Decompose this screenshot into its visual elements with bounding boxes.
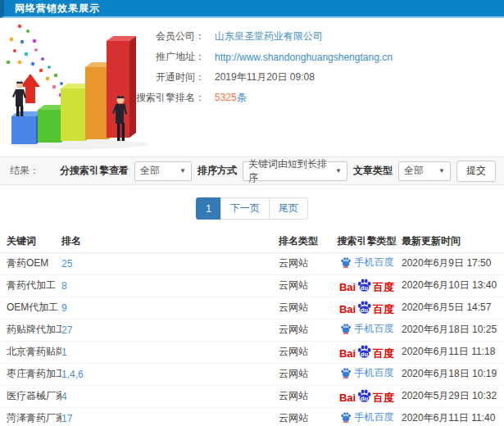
rank-link[interactable]: 25 bbox=[61, 258, 72, 270]
mobile-baidu-label: 手机百度 bbox=[355, 412, 394, 422]
baidu-paw-icon bbox=[340, 411, 352, 423]
rank-cell: 8 bbox=[61, 274, 279, 297]
rank-link[interactable]: 4 bbox=[61, 391, 67, 402]
baidu-logo: Baidu百度 bbox=[339, 300, 394, 315]
table-row: 膏药代加工 8 云网站 Baidu百度 2020年6月10日 13:40 bbox=[0, 274, 504, 297]
engine-filter-label: 分搜索引擎查看 bbox=[60, 164, 129, 178]
filter-bar: 结果： 分搜索引擎查看 全部 ▼ 排序方式 关键词由短到长排序 ▼ 文章类型 全… bbox=[0, 156, 504, 185]
rank-type-cell: 云网站 bbox=[279, 252, 332, 274]
rank-link[interactable]: 17 bbox=[61, 413, 72, 424]
baidu-paw-icon: du bbox=[356, 388, 372, 404]
rank-link[interactable]: 9 bbox=[61, 302, 67, 314]
baidu-logo: Baidu百度 bbox=[339, 344, 394, 359]
promo-url-link[interactable]: http://www.shandonghuangshengtang.cn bbox=[215, 52, 393, 63]
engine-cell: Baidu百度 bbox=[332, 385, 402, 407]
mobile-baidu-label: 手机百度 bbox=[355, 257, 394, 267]
baidu-paw-icon bbox=[340, 256, 352, 268]
time-cell: 2020年6月10日 13:40 bbox=[402, 274, 504, 297]
svg-text:du: du bbox=[361, 351, 369, 358]
rank-link[interactable]: 1,4,6 bbox=[61, 369, 84, 380]
keyword-table-body: 膏药OEM 25 云网站 手机百度 2020年6月9日 17:50 膏药代加工 … bbox=[0, 252, 504, 426]
keyword-ranking-table: 关键词 排名 排名类型 搜索引擎类型 最新更新时间 膏药OEM 25 云网站 手… bbox=[0, 230, 504, 426]
rank-cell: 1 bbox=[61, 341, 279, 363]
engine-cell: 手机百度 bbox=[332, 252, 402, 274]
table-row: 药贴牌代加工 27 云网站 手机百度 2020年6月18日 10:25 bbox=[0, 319, 504, 341]
engine-cell: Baidu百度 bbox=[332, 297, 402, 319]
table-row: 医疗器械厂家 4 云网站 Baidu百度 2020年5月29日 10:32 bbox=[0, 385, 504, 407]
company-info-fields: 会员公司： 山东皇圣堂药业有限公司 推广地址： http://www.shand… bbox=[129, 26, 393, 108]
baidu-logo-suffix: 百度 bbox=[373, 348, 394, 359]
engine-cell: 手机百度 bbox=[332, 363, 402, 385]
baidu-paw-icon bbox=[340, 323, 352, 334]
article-type-label: 文章类型 bbox=[353, 164, 393, 178]
keyword-cell: 药贴牌代加工 bbox=[0, 319, 61, 341]
sort-filter-select[interactable]: 关键词由短到长排序 ▼ bbox=[243, 161, 347, 181]
rank-type-cell: 云网站 bbox=[279, 341, 332, 363]
time-cell: 2020年6月11日 11:40 bbox=[402, 407, 504, 426]
baidu-logo-suffix: 百度 bbox=[373, 282, 394, 292]
keyword-cell: 枣庄膏药加工 bbox=[0, 363, 61, 385]
keyword-cell: OEM代加工 bbox=[0, 297, 61, 319]
chevron-down-icon: ▼ bbox=[173, 167, 186, 174]
header-keyword: 关键词 bbox=[0, 230, 61, 252]
last-page-button[interactable]: 尾页 bbox=[269, 197, 308, 220]
rank-cell: 27 bbox=[61, 319, 279, 341]
ranking-count-label: 搜索引擎排名： bbox=[129, 91, 205, 105]
keyword-cell: 膏药OEM bbox=[0, 252, 61, 274]
page-header: 网络营销效果展示 bbox=[0, 0, 504, 18]
baidu-logo-bai: Bai bbox=[339, 392, 356, 403]
mobile-baidu-logo: 手机百度 bbox=[340, 411, 394, 423]
rank-type-cell: 云网站 bbox=[279, 385, 332, 407]
svg-text:du: du bbox=[361, 284, 369, 292]
keyword-cell: 菏泽膏药厂家 bbox=[0, 407, 61, 426]
chevron-down-icon: ▼ bbox=[329, 167, 342, 174]
page-button-current[interactable]: 1 bbox=[196, 197, 221, 220]
mobile-baidu-logo: 手机百度 bbox=[340, 323, 394, 334]
svg-text:du: du bbox=[361, 395, 369, 402]
rank-type-cell: 云网站 bbox=[279, 297, 332, 319]
mobile-baidu-logo: 手机百度 bbox=[340, 367, 394, 378]
rank-type-cell: 云网站 bbox=[279, 363, 332, 385]
engine-filter-select[interactable]: 全部 ▼ bbox=[134, 161, 192, 181]
time-cell: 2020年6月11日 11:18 bbox=[402, 341, 504, 363]
filter-controls: 分搜索引擎查看 全部 ▼ 排序方式 关键词由短到长排序 ▼ 文章类型 全部 ▼ … bbox=[60, 161, 496, 182]
rank-link[interactable]: 27 bbox=[61, 324, 72, 336]
rank-cell: 25 bbox=[61, 252, 279, 274]
company-name-link[interactable]: 山东皇圣堂药业有限公司 bbox=[215, 29, 323, 43]
baidu-paw-icon: du bbox=[356, 278, 372, 293]
header-rank: 排名 bbox=[61, 230, 279, 252]
svg-text:du: du bbox=[361, 306, 369, 314]
open-time-value: 2019年11月20日 09:08 bbox=[215, 70, 315, 84]
company-label: 会员公司： bbox=[129, 29, 205, 43]
next-page-button[interactable]: 下一页 bbox=[220, 197, 270, 220]
time-cell: 2020年6月18日 10:19 bbox=[402, 363, 504, 385]
rank-link[interactable]: 1 bbox=[61, 347, 67, 358]
baidu-logo-bai: Bai bbox=[339, 304, 356, 315]
page-title: 网络营销效果展示 bbox=[4, 2, 100, 16]
table-row: OEM代加工 9 云网站 Baidu百度 2020年6月5日 14:57 bbox=[0, 297, 504, 319]
keyword-cell: 北京膏药贴牌 bbox=[0, 341, 61, 363]
field-company: 会员公司： 山东皇圣堂药业有限公司 bbox=[129, 26, 393, 47]
sort-filter-label: 排序方式 bbox=[198, 164, 237, 178]
rank-link[interactable]: 8 bbox=[61, 280, 67, 292]
time-cell: 2020年6月9日 17:50 bbox=[402, 252, 504, 274]
time-cell: 2020年5月29日 10:32 bbox=[402, 385, 504, 407]
keyword-cell: 膏药代加工 bbox=[0, 274, 61, 297]
article-type-value: 全部 bbox=[404, 164, 424, 178]
rank-type-cell: 云网站 bbox=[279, 407, 332, 426]
table-header-row: 关键词 排名 排名类型 搜索引擎类型 最新更新时间 bbox=[0, 230, 504, 252]
submit-button[interactable]: 提交 bbox=[456, 161, 496, 182]
engine-cell: 手机百度 bbox=[332, 319, 402, 341]
up-arrow bbox=[20, 74, 40, 103]
engine-cell: Baidu百度 bbox=[332, 341, 402, 363]
chevron-down-icon: ▼ bbox=[432, 167, 445, 174]
baidu-paw-icon bbox=[340, 367, 352, 378]
rank-type-cell: 云网站 bbox=[279, 274, 332, 297]
engine-cell: Baidu百度 bbox=[332, 274, 402, 297]
mobile-baidu-label: 手机百度 bbox=[355, 368, 394, 378]
result-label: 结果： bbox=[10, 164, 39, 178]
baidu-logo: Baidu百度 bbox=[339, 278, 394, 292]
baidu-logo-bai: Bai bbox=[339, 282, 356, 292]
mobile-baidu-label: 手机百度 bbox=[355, 324, 394, 333]
article-type-select[interactable]: 全部 ▼ bbox=[398, 161, 451, 181]
